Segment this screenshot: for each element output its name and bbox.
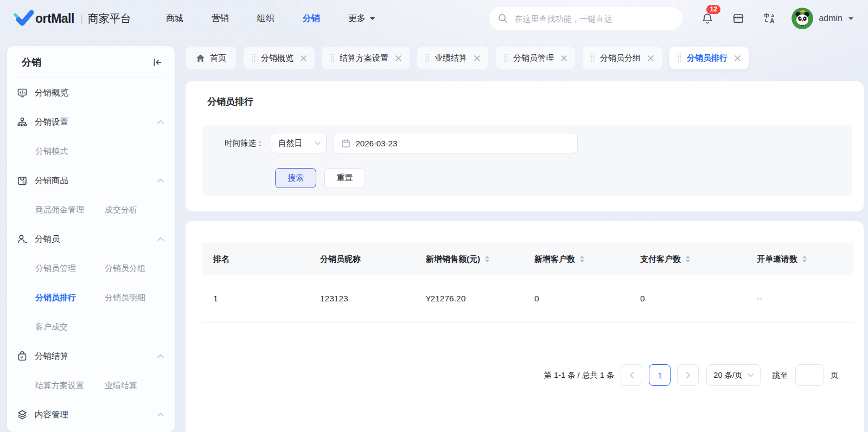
tab-performance-settlement[interactable]: 业绩结算: [417, 47, 488, 69]
sidebar-group-members[interactable]: 分销员: [17, 224, 164, 254]
tab-member-management[interactable]: 分销员管理: [496, 47, 575, 69]
cell-new-sales: ¥21276.20: [414, 294, 523, 304]
table-row: 1 123123 ¥21276.20 0 0 --: [202, 275, 853, 323]
chevron-up-icon: [157, 120, 164, 124]
chevron-up-icon: [157, 354, 164, 358]
cell-invoice-invites: --: [745, 294, 853, 304]
search-button[interactable]: 搜索: [275, 168, 316, 188]
settlement-icon: ¥: [17, 351, 28, 362]
tab-home[interactable]: 首页: [186, 47, 236, 69]
table-header-row: 排名 分销员昵称 新增销售额(元) 新增客户数 支付客户数 开单邀请数: [202, 243, 853, 275]
store-button[interactable]: [732, 12, 745, 25]
sidebar-group-content[interactable]: 内容管理: [17, 400, 164, 429]
user-menu[interactable]: admin: [792, 8, 854, 29]
translate-icon: 中 A: [763, 12, 776, 25]
drag-handle-icon: [591, 54, 595, 62]
prev-page-button[interactable]: [621, 364, 642, 386]
svg-text:分: 分: [22, 180, 27, 185]
chevron-up-icon: [157, 237, 164, 241]
avatar: [792, 8, 813, 29]
logo-separator: |: [80, 12, 83, 24]
period-select[interactable]: 自然日: [271, 133, 327, 153]
tab-distribution-overview[interactable]: 分销概览: [244, 47, 315, 69]
sort-icon[interactable]: [579, 255, 585, 263]
page-size-select[interactable]: 20 条/页: [706, 364, 760, 386]
sidebar-item-member-groups[interactable]: 分销员分组: [105, 263, 164, 274]
language-button[interactable]: 中 A: [763, 12, 776, 25]
platform-name: 商家平台: [88, 11, 131, 26]
cell-nickname: 123123: [309, 294, 414, 304]
home-icon: [196, 54, 205, 63]
cell-new-customers: 0: [523, 294, 629, 304]
sidebar-item-performance-settlement[interactable]: 业绩结算: [105, 381, 164, 391]
chevron-down-icon: [748, 373, 754, 377]
sidebar-group-settings[interactable]: 分销设置: [17, 107, 164, 137]
column-header-nickname: 分销员昵称: [309, 254, 414, 265]
close-tab-icon[interactable]: [301, 55, 307, 61]
sidebar-item-settlement-plan[interactable]: 结算方案设置: [35, 381, 105, 391]
sidebar-group-goods[interactable]: 分 分销商品: [17, 166, 164, 195]
jump-to-label: 跳至: [773, 370, 788, 381]
collapse-sidebar-icon[interactable]: [152, 57, 163, 67]
close-tab-icon[interactable]: [474, 55, 480, 61]
close-tab-icon[interactable]: [735, 55, 741, 61]
global-search[interactable]: [489, 7, 682, 30]
search-input[interactable]: [513, 14, 674, 24]
sidebar-item-commission-management[interactable]: 商品佣金管理: [35, 205, 105, 215]
tab-settlement-plan[interactable]: 结算方案设置: [322, 47, 410, 69]
sidebar-item-customer-deals[interactable]: 客户成交: [35, 322, 105, 332]
cell-paying-customers: 0: [629, 294, 745, 304]
nav-item-more[interactable]: 更多: [348, 13, 375, 24]
column-header-invoice-invites[interactable]: 开单邀请数: [745, 254, 853, 265]
tab-member-groups[interactable]: 分销员分组: [583, 47, 662, 69]
pagination: 第 1-1 条 / 总共 1 条 1 20 条/页 跳至 页: [202, 364, 853, 386]
sidebar-title: 分销: [22, 56, 41, 69]
sort-icon[interactable]: [802, 255, 807, 263]
drag-handle-icon: [504, 54, 508, 62]
nav-item-marketing[interactable]: 营销: [212, 13, 229, 24]
sidebar-item-member-details[interactable]: 分销员明细: [105, 293, 164, 303]
layers-icon: [17, 409, 28, 420]
sidebar-item-member-ranking[interactable]: 分销员排行: [35, 293, 105, 303]
column-header-new-customers[interactable]: 新增客户数: [523, 254, 629, 265]
search-icon: [498, 14, 508, 23]
next-page-button[interactable]: [677, 364, 699, 386]
sidebar-item-member-management[interactable]: 分销员管理: [35, 263, 105, 274]
caret-down-icon: [369, 17, 375, 21]
member-icon: [17, 234, 28, 244]
notifications-button[interactable]: 12: [701, 12, 714, 25]
sidebar-item-mode[interactable]: 分销模式: [35, 146, 105, 157]
close-tab-icon[interactable]: [561, 55, 567, 61]
close-tab-icon[interactable]: [395, 55, 401, 61]
drag-handle-icon: [330, 54, 334, 62]
brand-logo[interactable]: ortMall | 商家平台: [14, 10, 131, 27]
sidebar-group-settlement[interactable]: ¥ 分销结算: [17, 341, 164, 371]
sidebar: 分销 分销概览 分销设置: [7, 46, 175, 432]
notification-badge: 12: [706, 5, 720, 14]
date-picker[interactable]: 2026-03-23: [334, 133, 578, 153]
user-name: admin: [819, 14, 843, 23]
sort-icon[interactable]: [685, 255, 691, 263]
page-number-button[interactable]: 1: [649, 364, 671, 386]
main-nav: 商城 营销 组织 分销 更多: [166, 13, 375, 24]
nav-item-mall[interactable]: 商城: [166, 13, 183, 24]
sidebar-item-overview[interactable]: 分销概览: [17, 78, 164, 107]
close-tab-icon[interactable]: [648, 55, 654, 61]
reset-button[interactable]: 重置: [324, 168, 365, 188]
jump-page-input[interactable]: [795, 364, 824, 386]
sidebar-item-deal-analysis[interactable]: 成交分析: [105, 205, 164, 215]
sort-icon[interactable]: [484, 255, 490, 263]
filter-card: 分销员排行 时间筛选： 自然日 2026-03-23 搜索: [186, 81, 864, 211]
column-header-new-sales[interactable]: 新增销售额(元): [414, 254, 523, 265]
top-header: ortMall | 商家平台 商城 营销 组织 分销 更多: [0, 0, 868, 37]
nav-item-distribution[interactable]: 分销: [303, 13, 320, 24]
tab-member-ranking[interactable]: 分销员排行: [669, 47, 749, 69]
column-header-paying-customers[interactable]: 支付客户数: [629, 254, 745, 265]
caret-down-icon: [848, 17, 854, 21]
pagination-summary: 第 1-1 条 / 总共 1 条: [544, 370, 615, 381]
goods-icon: 分: [17, 175, 28, 186]
nav-item-organization[interactable]: 组织: [257, 13, 275, 24]
dashboard-icon: [17, 87, 28, 98]
drag-handle-icon: [678, 54, 681, 62]
network-icon: [17, 117, 28, 127]
